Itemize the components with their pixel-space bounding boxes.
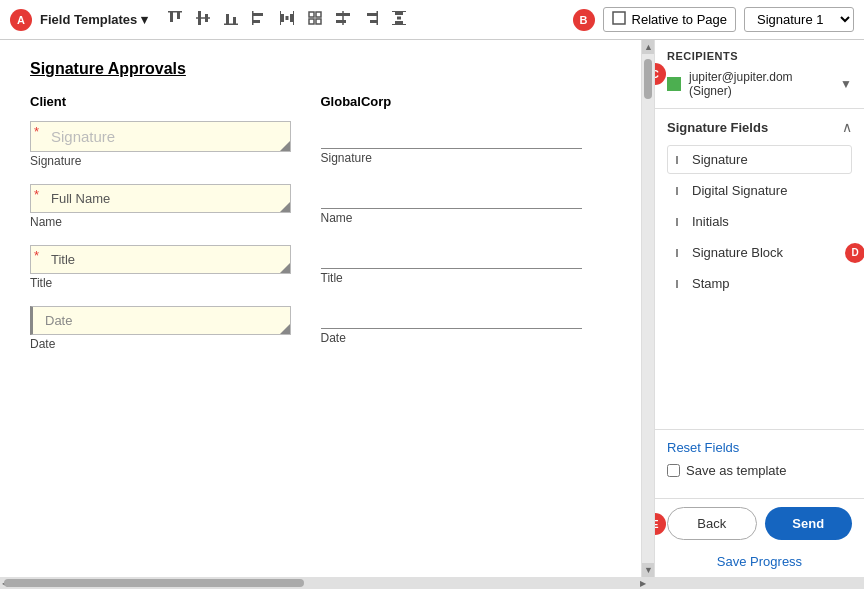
badge-d: D bbox=[845, 243, 864, 263]
field-group-name: * Full Name Name bbox=[30, 184, 321, 229]
title-placeholder: Title bbox=[51, 252, 75, 267]
svg-rect-6 bbox=[226, 14, 229, 24]
scroll-up-arrow[interactable]: ▲ bbox=[642, 40, 654, 54]
svg-rect-1 bbox=[177, 12, 180, 19]
svg-rect-15 bbox=[280, 11, 281, 25]
name-label: Name bbox=[30, 215, 321, 229]
send-button[interactable]: Send bbox=[765, 507, 853, 540]
signature-select[interactable]: Signature 1 bbox=[744, 7, 854, 32]
date-label: Date bbox=[30, 337, 321, 351]
recipient-row[interactable]: jupiter@jupiter.dom (Signer) ▼ bbox=[667, 70, 852, 98]
globalcorp-column: GlobalCorp Signature Name bbox=[321, 94, 612, 367]
svg-rect-20 bbox=[316, 19, 321, 24]
field-item-label-stamp: Stamp bbox=[692, 276, 730, 291]
reset-section: Reset Fields Save as template bbox=[655, 429, 864, 498]
relative-to-page-button[interactable]: Relative to Page bbox=[603, 7, 736, 32]
svg-rect-13 bbox=[290, 14, 293, 22]
name-field-input[interactable]: * Full Name bbox=[30, 184, 291, 213]
required-star-name: * bbox=[34, 187, 39, 202]
align-vcenter-icon[interactable] bbox=[192, 7, 214, 33]
globalcorp-header: GlobalCorp bbox=[321, 94, 612, 109]
field-item-signature-block[interactable]: Signature Block D bbox=[667, 238, 852, 267]
svg-rect-19 bbox=[309, 19, 314, 24]
name-placeholder: Full Name bbox=[51, 191, 110, 206]
field-drag-icon-block bbox=[676, 249, 684, 257]
title-field-input[interactable]: * Title bbox=[30, 245, 291, 274]
distribute-h-icon[interactable] bbox=[276, 7, 298, 33]
field-templates-button[interactable]: Field Templates ▾ bbox=[36, 10, 152, 29]
field-item-label-initials: Initials bbox=[692, 214, 729, 229]
date-placeholder: Date bbox=[45, 313, 72, 328]
svg-rect-0 bbox=[170, 12, 173, 22]
horizontal-scrollbar-thumb[interactable] bbox=[4, 579, 304, 587]
scroll-down-arrow[interactable]: ▼ bbox=[642, 563, 654, 577]
svg-rect-5 bbox=[196, 17, 210, 19]
sig-fields-title: Signature Fields bbox=[667, 120, 768, 135]
field-corner-date bbox=[280, 324, 290, 334]
document-title: Signature Approvals bbox=[30, 60, 611, 78]
gc-field-date: Date bbox=[321, 301, 612, 345]
gc-date-label: Date bbox=[321, 331, 612, 345]
svg-rect-32 bbox=[613, 12, 625, 24]
align-hcenter-icon[interactable] bbox=[332, 7, 354, 33]
relative-page-icon bbox=[612, 11, 626, 28]
title-label: Title bbox=[30, 276, 321, 290]
svg-rect-12 bbox=[281, 14, 284, 22]
gc-signature-label: Signature bbox=[321, 151, 612, 165]
gc-date-field[interactable] bbox=[321, 301, 582, 329]
gc-title-field[interactable] bbox=[321, 241, 582, 269]
field-item-digital-signature[interactable]: Digital Signature bbox=[667, 176, 852, 205]
distribute-v-icon[interactable] bbox=[388, 7, 410, 33]
sig-fields-collapse-icon[interactable]: ∧ bbox=[842, 119, 852, 135]
svg-rect-18 bbox=[316, 12, 321, 17]
scroll-right-arrow[interactable]: ▶ bbox=[640, 579, 646, 588]
scroll-track[interactable] bbox=[642, 54, 654, 563]
action-buttons: E Back Send bbox=[655, 498, 864, 548]
align-left-icon[interactable] bbox=[248, 7, 270, 33]
signature-field-input[interactable]: * Signature bbox=[30, 121, 291, 152]
back-button[interactable]: Back bbox=[667, 507, 757, 540]
vertical-scrollbar[interactable]: ▲ ▼ bbox=[642, 40, 654, 577]
sig-fields-header: Signature Fields ∧ bbox=[667, 119, 852, 135]
align-right-icon[interactable] bbox=[360, 7, 382, 33]
align-top-icon[interactable] bbox=[164, 7, 186, 33]
recipient-email: jupiter@jupiter.dom bbox=[689, 70, 832, 84]
svg-rect-29 bbox=[397, 16, 401, 19]
svg-rect-27 bbox=[395, 12, 403, 15]
field-corner-title bbox=[280, 263, 290, 273]
date-field-input[interactable]: Date bbox=[30, 306, 291, 335]
save-template-checkbox[interactable] bbox=[667, 464, 680, 477]
field-item-label-digital: Digital Signature bbox=[692, 183, 787, 198]
same-size-icon[interactable] bbox=[304, 7, 326, 33]
save-template-row: Save as template bbox=[667, 463, 852, 478]
document-columns: Client * Signature Signature bbox=[30, 94, 611, 367]
toolbar-icons bbox=[164, 7, 410, 33]
svg-rect-26 bbox=[377, 11, 379, 25]
relative-to-page-label: Relative to Page bbox=[632, 12, 727, 27]
svg-rect-17 bbox=[309, 12, 314, 17]
right-panel: C RECIPIENTS jupiter@jupiter.dom (Signer… bbox=[654, 40, 864, 577]
save-progress-link[interactable]: Save Progress bbox=[717, 554, 802, 569]
reset-fields-link[interactable]: Reset Fields bbox=[667, 440, 852, 455]
scroll-thumb[interactable] bbox=[644, 59, 652, 99]
bottom-scrollbar[interactable]: ◀ ▶ bbox=[0, 577, 864, 589]
gc-field-signature: Signature bbox=[321, 121, 612, 165]
field-group-signature: * Signature Signature bbox=[30, 121, 321, 168]
align-bottom-icon[interactable] bbox=[220, 7, 242, 33]
signature-placeholder: Signature bbox=[51, 128, 115, 145]
field-item-stamp[interactable]: Stamp bbox=[667, 269, 852, 298]
field-templates-label: Field Templates bbox=[40, 12, 137, 27]
gc-signature-field[interactable] bbox=[321, 121, 582, 149]
field-drag-icon-digital bbox=[676, 187, 684, 195]
field-item-initials[interactable]: Initials bbox=[667, 207, 852, 236]
svg-rect-23 bbox=[343, 11, 345, 25]
field-item-signature[interactable]: Signature bbox=[667, 145, 852, 174]
recipient-info: jupiter@jupiter.dom (Signer) bbox=[689, 70, 832, 98]
field-drag-icon-signature bbox=[676, 156, 684, 164]
svg-rect-9 bbox=[253, 13, 263, 16]
badge-a: A bbox=[10, 9, 32, 31]
gc-name-field[interactable] bbox=[321, 181, 582, 209]
client-column: Client * Signature Signature bbox=[30, 94, 321, 367]
gc-title-label: Title bbox=[321, 271, 612, 285]
recipient-expand-icon[interactable]: ▼ bbox=[840, 77, 852, 91]
